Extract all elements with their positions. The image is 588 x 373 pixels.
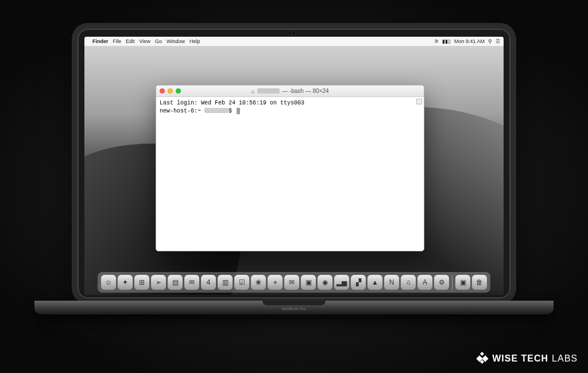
menu-file[interactable]: File	[113, 38, 122, 44]
dock-contacts-icon[interactable]: ▤	[168, 275, 183, 290]
terminal-prompt: new-host-6:~ user$	[160, 107, 420, 115]
dock-separator	[452, 275, 452, 289]
dock-reminders-icon[interactable]: ☑	[234, 275, 249, 290]
search-icon[interactable]: ⚲	[488, 38, 492, 44]
dock-messages-icon[interactable]: ✉	[284, 275, 299, 290]
dock-mail-icon[interactable]: ✉	[184, 275, 199, 290]
minimize-button[interactable]	[168, 88, 173, 94]
menu-edit[interactable]: Edit	[126, 38, 135, 44]
terminal-window[interactable]: ⌂ user — -bash — 80×24 Last login: Wed F…	[156, 85, 424, 251]
dock-launchpad-icon[interactable]: ⊞	[134, 275, 149, 290]
laptop-base: MacBook Pro	[34, 301, 554, 314]
dock-appstore-icon[interactable]: A	[417, 275, 432, 290]
dock-finder-icon[interactable]: ☺	[101, 275, 116, 290]
dock-news-icon[interactable]: N	[384, 275, 399, 290]
dock-compass-icon[interactable]: ➢	[151, 275, 166, 290]
app-menu[interactable]: Finder	[92, 38, 109, 44]
dock-safari-icon[interactable]: ✦	[118, 275, 133, 290]
redacted-username: user	[204, 108, 229, 113]
webcam	[292, 32, 296, 35]
dock-maps-icon[interactable]: ⌖	[268, 275, 283, 290]
watermark: WISE TECH LABS	[476, 352, 578, 365]
close-button[interactable]	[160, 88, 165, 94]
terminal-content[interactable]: Last login: Wed Feb 24 10:56:19 on ttys0…	[156, 97, 424, 251]
window-title: ⌂ user — -bash — 80×24	[156, 88, 424, 94]
redacted-username: user	[257, 88, 280, 94]
desktop[interactable]: Finder File Edit View Go Window Help ⚞ ▮…	[84, 37, 504, 295]
watermark-logo-icon	[476, 352, 489, 365]
dock: ☺ ✦ ⊞ ➢ ▤ ✉ 4 ▥ ☑ ❀ ⌖ ✉ ▣ ◉ ▂▅ ▞ ▲ N ♫ A	[98, 272, 490, 293]
zoom-button[interactable]	[176, 88, 181, 94]
watermark-brand: WISE TECH	[492, 353, 548, 364]
cursor	[237, 108, 240, 114]
dock-keynote-icon[interactable]: ▲	[368, 275, 382, 290]
dock-notes-icon[interactable]: ▥	[218, 275, 233, 290]
dock-podcasts-icon[interactable]: ◉	[318, 275, 332, 290]
dock-facetime-icon[interactable]: ▣	[301, 275, 316, 290]
dock-downloads-icon[interactable]: ▣	[455, 275, 470, 290]
title-suffix: — -bash — 80×24	[282, 88, 328, 94]
screen-bezel: Finder File Edit View Go Window Help ⚞ ▮…	[72, 23, 516, 304]
dock-settings-icon[interactable]: ⚙	[434, 275, 449, 290]
laptop-model-label: MacBook Pro	[282, 307, 306, 310]
dock-activity-icon[interactable]: ▂▅	[334, 275, 349, 290]
terminal-line: Last login: Wed Feb 24 10:56:19 on ttys0…	[160, 99, 420, 107]
menu-go[interactable]: Go	[155, 38, 162, 44]
dock-photos-icon[interactable]: ❀	[251, 275, 266, 290]
wifi-icon[interactable]: ⚞	[434, 38, 439, 44]
dock-calendar-icon[interactable]: 4	[201, 275, 216, 290]
menu-window[interactable]: Window	[167, 38, 185, 44]
scroll-indicator-icon	[416, 99, 422, 104]
laptop-notch	[262, 301, 326, 305]
window-titlebar[interactable]: ⌂ user — -bash — 80×24	[156, 86, 424, 97]
laptop-frame: Finder File Edit View Go Window Help ⚞ ▮…	[72, 23, 516, 327]
menubar: Finder File Edit View Go Window Help ⚞ ▮…	[84, 37, 504, 46]
dock-stocks-icon[interactable]: ▞	[351, 275, 366, 290]
menu-view[interactable]: View	[140, 38, 150, 44]
battery-icon[interactable]: ▮▮▯	[442, 38, 451, 44]
notification-center-icon[interactable]: ☰	[496, 38, 500, 44]
clock[interactable]: Mon 9:41 AM	[454, 38, 485, 44]
dock-music-icon[interactable]: ♫	[401, 275, 416, 290]
dock-trash-icon[interactable]: 🗑	[472, 275, 487, 290]
menu-help[interactable]: Help	[189, 38, 200, 44]
home-icon: ⌂	[251, 88, 254, 94]
watermark-suffix: LABS	[552, 353, 578, 364]
